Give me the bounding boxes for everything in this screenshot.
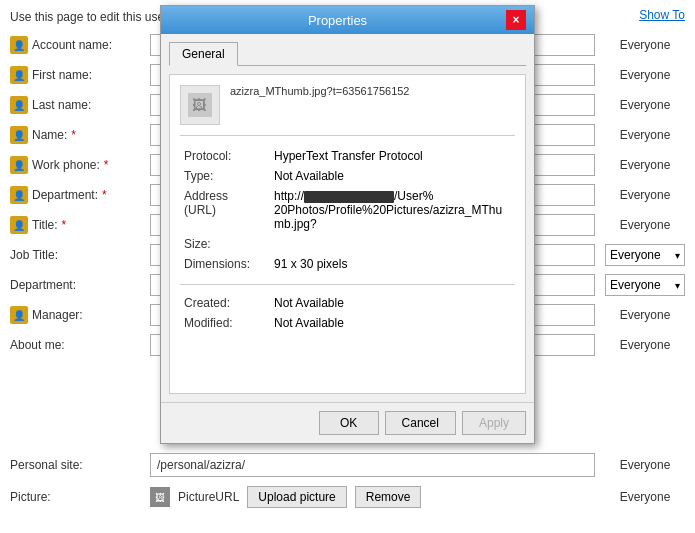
prop-row-dimensions: Dimensions: 91 x 30 pixels bbox=[180, 254, 515, 274]
title-icon: 👤 bbox=[10, 216, 28, 234]
dialog-body: General 🖼 azizra_MThumb.jpg?t=6356175615… bbox=[161, 34, 534, 402]
picture-row: Picture: 🖼 PictureURL Upload picture Rem… bbox=[0, 481, 695, 513]
field-label-department: 👤 Department: * bbox=[10, 186, 150, 204]
firstname-everyone: Everyone bbox=[605, 68, 685, 82]
cancel-button[interactable]: Cancel bbox=[385, 411, 456, 435]
title-everyone: Everyone bbox=[605, 218, 685, 232]
protocol-value: HyperText Transfer Protocol bbox=[270, 146, 515, 166]
remove-picture-button[interactable]: Remove bbox=[355, 486, 422, 508]
field-label-firstname: 👤 First name: bbox=[10, 66, 150, 84]
bottom-fields: Personal site: Everyone Picture: 🖼 Pictu… bbox=[0, 449, 695, 513]
personal-site-everyone: Everyone bbox=[605, 458, 685, 472]
account-everyone: Everyone bbox=[605, 38, 685, 52]
picture-icon: 🖼 bbox=[150, 487, 170, 507]
department-everyone: Everyone bbox=[605, 188, 685, 202]
modified-label: Modified: bbox=[180, 313, 270, 333]
name-icon: 👤 bbox=[10, 126, 28, 144]
prop-row-created: Created: Not Available bbox=[180, 293, 515, 313]
image-placeholder: 🖼 bbox=[180, 85, 220, 125]
image-preview-area: 🖼 azizra_MThumb.jpg?t=63561756152 bbox=[180, 85, 515, 136]
lastname-icon: 👤 bbox=[10, 96, 28, 114]
properties-table-2: Created: Not Available Modified: Not Ava… bbox=[180, 293, 515, 333]
created-label: Created: bbox=[180, 293, 270, 313]
field-label-name: 👤 Name: * bbox=[10, 126, 150, 144]
tab-general[interactable]: General bbox=[169, 42, 238, 66]
picture-controls: 🖼 PictureURL Upload picture Remove bbox=[150, 486, 595, 508]
workphone-everyone: Everyone bbox=[605, 158, 685, 172]
picture-label: Picture: bbox=[10, 490, 150, 504]
firstname-icon: 👤 bbox=[10, 66, 28, 84]
aboutme-everyone: Everyone bbox=[605, 338, 685, 352]
type-label: Type: bbox=[180, 166, 270, 186]
account-icon: 👤 bbox=[10, 36, 28, 54]
prop-row-type: Type: Not Available bbox=[180, 166, 515, 186]
prop-row-protocol: Protocol: HyperText Transfer Protocol bbox=[180, 146, 515, 166]
name-everyone: Everyone bbox=[605, 128, 685, 142]
show-to-label: Show To bbox=[639, 8, 685, 22]
lastname-everyone: Everyone bbox=[605, 98, 685, 112]
protocol-label: Protocol: bbox=[180, 146, 270, 166]
field-label-dept2: Department: bbox=[10, 278, 150, 292]
jobtitle-dropdown-arrow: ▾ bbox=[675, 250, 680, 261]
workphone-icon: 👤 bbox=[10, 156, 28, 174]
dimensions-value: 91 x 30 pixels bbox=[270, 254, 515, 274]
personal-site-input[interactable] bbox=[150, 453, 595, 477]
dialog-title: Properties bbox=[169, 13, 506, 28]
modified-value: Not Available bbox=[270, 313, 515, 333]
address-value: http:///User%20Photos/Profile%20Pictures… bbox=[270, 186, 515, 234]
dept2-everyone-dropdown[interactable]: Everyone ▾ bbox=[605, 274, 685, 296]
field-label-title: 👤 Title: * bbox=[10, 216, 150, 234]
ok-button[interactable]: OK bbox=[319, 411, 379, 435]
size-label: Size: bbox=[180, 234, 270, 254]
properties-dialog: Properties × General 🖼 azizra_MThumb.jpg… bbox=[160, 5, 535, 444]
picture-everyone: Everyone bbox=[605, 490, 685, 504]
type-value: Not Available bbox=[270, 166, 515, 186]
content-area: 🖼 azizra_MThumb.jpg?t=63561756152 Protoc… bbox=[169, 74, 526, 394]
section-divider bbox=[180, 284, 515, 285]
department-icon: 👤 bbox=[10, 186, 28, 204]
dept2-dropdown-arrow: ▾ bbox=[675, 280, 680, 291]
field-label-workphone: 👤 Work phone: * bbox=[10, 156, 150, 174]
field-label-lastname: 👤 Last name: bbox=[10, 96, 150, 114]
dimensions-label: Dimensions: bbox=[180, 254, 270, 274]
manager-everyone: Everyone bbox=[605, 308, 685, 322]
image-filename: azizra_MThumb.jpg?t=63561756152 bbox=[230, 85, 515, 97]
upload-picture-button[interactable]: Upload picture bbox=[247, 486, 346, 508]
apply-button[interactable]: Apply bbox=[462, 411, 526, 435]
dialog-close-button[interactable]: × bbox=[506, 10, 526, 30]
prop-row-modified: Modified: Not Available bbox=[180, 313, 515, 333]
dialog-footer: OK Cancel Apply bbox=[161, 402, 534, 443]
svg-text:🖼: 🖼 bbox=[192, 97, 206, 113]
field-label-aboutme: About me: bbox=[10, 338, 150, 352]
field-label-manager: 👤 Manager: bbox=[10, 306, 150, 324]
prop-row-size: Size: bbox=[180, 234, 515, 254]
properties-table: Protocol: HyperText Transfer Protocol Ty… bbox=[180, 146, 515, 274]
size-value bbox=[270, 234, 515, 254]
field-label-jobtitle: Job Title: bbox=[10, 248, 150, 262]
prop-row-address: Address(URL) http:///User%20Photos/Profi… bbox=[180, 186, 515, 234]
picture-url-label: PictureURL bbox=[178, 490, 239, 504]
field-label-account: 👤 Account name: bbox=[10, 36, 150, 54]
jobtitle-everyone-dropdown[interactable]: Everyone ▾ bbox=[605, 244, 685, 266]
address-blur-block bbox=[304, 191, 394, 203]
dialog-titlebar: Properties × bbox=[161, 6, 534, 34]
personal-site-label: Personal site: bbox=[10, 458, 150, 472]
personal-site-row: Personal site: Everyone bbox=[0, 449, 695, 481]
created-value: Not Available bbox=[270, 293, 515, 313]
address-label: Address(URL) bbox=[180, 186, 270, 234]
tab-bar: General bbox=[169, 42, 526, 66]
manager-icon: 👤 bbox=[10, 306, 28, 324]
